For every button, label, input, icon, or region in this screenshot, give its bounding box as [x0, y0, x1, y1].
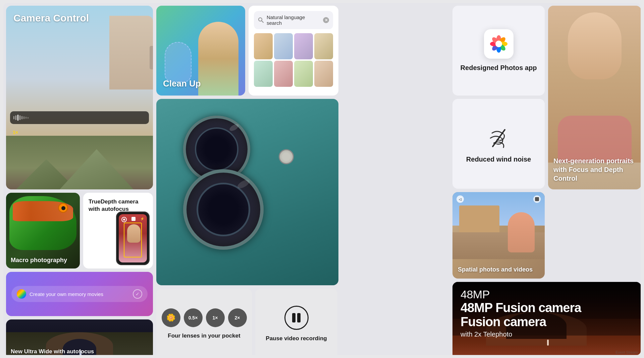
slider-tick — [28, 117, 29, 119]
tile-cleanup: Clean Up — [156, 6, 245, 96]
main-lens: 1× — [206, 308, 225, 327]
landscape-scene — [6, 136, 153, 189]
person-figure — [198, 22, 238, 96]
frog-pupil — [61, 206, 65, 210]
camera-slider — [10, 111, 149, 124]
lens-reflection-2 — [236, 178, 251, 190]
spatial-share-button[interactable] — [533, 195, 541, 203]
photo-thumb — [254, 33, 273, 59]
memory-movies-text: Create your own memory movies — [30, 291, 129, 297]
flash-icon: ⚡ — [140, 217, 144, 222]
search-input-value: Natural language search — [267, 14, 320, 26]
photo-thumb — [314, 61, 333, 87]
cleanup-title: Clean Up — [163, 78, 201, 89]
photo-thumb — [294, 61, 313, 87]
ultra-wide-title: New Ultra Wide with autofocus — [11, 348, 94, 355]
lenses-row: 🌼 0.5× 1× 2× — [162, 308, 247, 327]
photos-app-icon — [484, 29, 514, 59]
svg-point-10 — [495, 41, 502, 47]
mountain-right — [60, 149, 133, 189]
photo-grid — [254, 33, 333, 87]
lens-inner — [195, 127, 238, 171]
photo-thumb — [254, 61, 273, 87]
tile-pause-video: Pause video recording — [255, 289, 337, 355]
fusion-mp: 48MP — [461, 288, 581, 301]
telephoto-lens: 2× — [228, 308, 247, 327]
slider-tick — [19, 115, 20, 120]
portraits-title: Next-generation portraits with Focus and… — [553, 157, 636, 183]
grid-icon — [131, 217, 136, 221]
photo-thumb — [314, 33, 333, 59]
svg-line-1 — [262, 21, 263, 22]
photo-thumb — [274, 33, 293, 59]
camera-housing — [173, 109, 301, 270]
zoom-indicator: 1× — [13, 130, 18, 135]
pause-bar-left — [292, 313, 296, 322]
pause-video-title: Pause video recording — [266, 335, 327, 342]
share-icon — [535, 197, 539, 201]
slider-tick — [23, 116, 24, 119]
event-watermark: Event Stream — [615, 350, 638, 354]
memory-movies-input[interactable]: Create your own memory movies ✓ — [11, 286, 148, 302]
four-lenses-title: Four lenses in your pocket — [168, 333, 240, 339]
slider-tick — [21, 116, 22, 119]
reduced-wind-title: Reduced wind noise — [466, 156, 531, 163]
face-shape — [568, 12, 622, 79]
pause-button[interactable] — [284, 306, 309, 330]
camera-icon-small — [121, 217, 127, 222]
arm-image — [109, 16, 153, 90]
camera-ui-top: ⚡ — [121, 217, 144, 222]
fusion-title: 48MP Fusion camera — [461, 301, 581, 315]
camera-sensor — [279, 149, 294, 164]
shirt-shape — [558, 116, 632, 163]
lens-bottom — [183, 169, 264, 250]
photos-app-title: Redesigned Photos app — [461, 63, 537, 72]
svg-line-12 — [494, 131, 506, 147]
tile-camera-control: Camera Control 1× — [6, 6, 153, 189]
fusion-camera-label: Fusion camera — [461, 315, 581, 329]
tile-photos-app: Redesigned Photos app — [452, 6, 545, 96]
search-bar[interactable]: Natural language search ✕ — [254, 11, 333, 29]
tile-ultra-wide: New Ultra Wide with autofocus — [6, 319, 153, 355]
tile-four-lenses: 🌼 0.5× 1× 2× Four lenses in your pocket — [156, 289, 252, 355]
macro-title: Macro photography — [11, 257, 67, 264]
main-page: Camera Control 1× Clean Up — [3, 3, 641, 355]
tile-macro: Macro photography — [6, 193, 80, 268]
camera-control-title: Camera Control — [13, 12, 89, 24]
wind-icon — [485, 125, 512, 152]
slider-tick — [17, 115, 18, 121]
spatial-image — [452, 192, 545, 259]
tile-reduced-wind: Reduced wind noise — [452, 99, 545, 189]
camera-button — [150, 46, 153, 69]
siri-icon — [17, 289, 26, 299]
photos-flower-icon — [488, 33, 509, 55]
fusion-text: 48MP 48MP Fusion camera Fusion camera wi… — [461, 288, 581, 338]
photo-thumb — [274, 61, 293, 87]
phone-screen: ⚡ — [119, 214, 147, 262]
memory-movies-submit[interactable]: ✓ — [133, 289, 142, 299]
macro-lens: 🌼 — [162, 308, 180, 327]
frog-image — [9, 196, 76, 250]
pause-icon — [292, 313, 301, 322]
pause-bar-right — [297, 313, 301, 322]
tile-natural-language-search: Natural language search ✕ — [249, 6, 338, 96]
photo-thumb — [294, 33, 313, 59]
search-icon — [258, 17, 264, 23]
person-in-phone — [127, 224, 141, 243]
wind-noise-icon — [485, 125, 512, 152]
slider-tick — [13, 116, 14, 119]
truedepth-title: TrueDepth camera with autofocus — [89, 198, 148, 213]
tile-memory-movies: Create your own memory movies ✓ — [6, 272, 153, 316]
clear-search-button[interactable]: ✕ — [323, 17, 329, 23]
tile-spatial: ◁ Spatial photos and videos — [452, 192, 545, 279]
spatial-back-button[interactable]: ◁ — [457, 195, 464, 203]
phone-preview: ⚡ — [116, 212, 150, 265]
fusion-subtitle: with 2x Telephoto — [461, 331, 581, 338]
camera-dot — [123, 219, 125, 221]
portrait-image — [548, 6, 641, 163]
tiny-person — [547, 340, 549, 346]
slider-tick — [25, 117, 26, 119]
frog-eye — [58, 203, 68, 213]
ghost-figure — [165, 42, 192, 82]
ultrawide-lens: 0.5× — [184, 308, 203, 327]
